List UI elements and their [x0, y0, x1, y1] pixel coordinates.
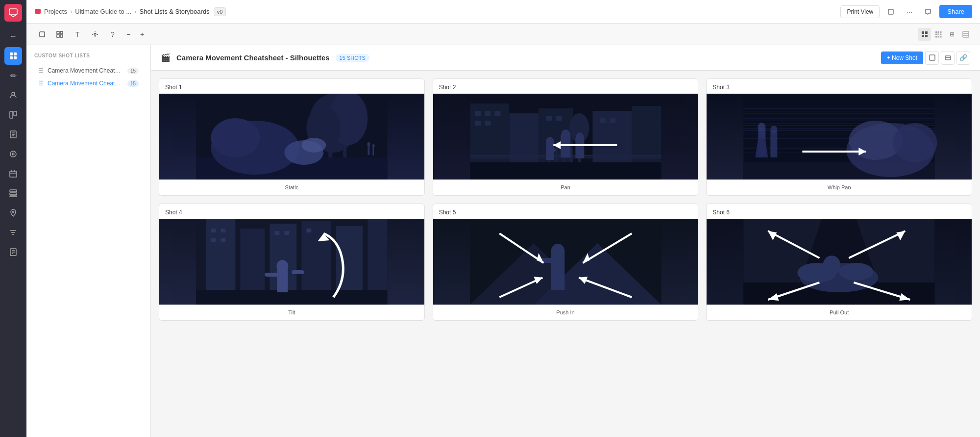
dashboard-icon[interactable]	[4, 47, 22, 65]
view-medium-grid[interactable]	[932, 28, 945, 41]
top-bar: Projects › Ultimate Guide to ... › Shot …	[26, 0, 980, 24]
shot-card-4: Shot 4	[159, 204, 425, 321]
svg-rect-53	[930, 55, 935, 60]
shot-list-item-1[interactable]: ☰ Camera Movement Cheatsheet 15	[34, 64, 143, 77]
app-logo-icon[interactable]	[4, 4, 22, 22]
shot-1-image[interactable]	[159, 94, 424, 180]
svg-point-156	[551, 244, 564, 258]
shot-5-header: Shot 5	[433, 204, 698, 219]
svg-rect-48	[938, 36, 940, 38]
shotlist-icon-1: ☰	[38, 67, 44, 74]
text-tool[interactable]: T	[70, 27, 85, 41]
shot-2-movement: Pan	[433, 180, 698, 195]
svg-rect-117	[744, 121, 935, 121]
shot-3-image[interactable]	[707, 94, 972, 180]
grid-tool[interactable]	[52, 27, 68, 41]
svg-rect-107	[744, 118, 935, 119]
svg-rect-30	[888, 9, 893, 14]
board-icon[interactable]	[4, 106, 22, 124]
svg-rect-40	[925, 35, 928, 37]
view-large-grid[interactable]	[918, 28, 931, 41]
svg-rect-133	[240, 229, 265, 297]
svg-rect-29	[35, 9, 41, 14]
shotlists-link[interactable]: Shot Lists & Storyboards	[140, 8, 210, 15]
svg-rect-77	[475, 111, 481, 116]
svg-rect-137	[368, 219, 387, 297]
main-column: Projects › Ultimate Guide to ... › Shot …	[26, 0, 980, 437]
stripboard-icon[interactable]	[4, 184, 22, 202]
shot-card-5: Shot 5	[433, 204, 699, 321]
svg-rect-0	[9, 9, 17, 15]
main-content: 🎬 Camera Movement Cheatsheet - Silhouett…	[151, 45, 980, 437]
left-panel-title: CUSTOM SHOT LISTS	[34, 53, 143, 58]
svg-rect-135	[301, 221, 331, 297]
svg-point-21	[13, 211, 14, 213]
version-badge[interactable]: v0	[214, 7, 226, 16]
script-icon[interactable]	[4, 126, 22, 143]
svg-point-172	[839, 263, 874, 281]
svg-point-5	[12, 92, 15, 95]
shot-list-label-2: Camera Movement Cheatsheet - S...	[48, 80, 123, 87]
svg-rect-4	[14, 56, 17, 59]
svg-rect-142	[274, 231, 279, 235]
shot-6-image[interactable]	[707, 219, 972, 305]
svg-rect-81	[485, 121, 490, 126]
help-tool[interactable]: ?	[105, 27, 121, 41]
link-icon[interactable]: 🔗	[956, 51, 970, 65]
shot-5-image[interactable]	[433, 219, 698, 305]
new-shot-button[interactable]: + New Shot	[881, 51, 923, 64]
svg-rect-39	[922, 35, 924, 37]
scenes-icon[interactable]	[4, 145, 22, 163]
settings-tool[interactable]	[87, 27, 103, 41]
svg-rect-33	[60, 31, 63, 34]
svg-rect-148	[265, 273, 279, 277]
reports-icon[interactable]	[4, 243, 22, 261]
svg-rect-41	[935, 31, 937, 33]
zoom-controls: − +	[122, 28, 148, 40]
projects-link[interactable]: Projects	[44, 8, 67, 15]
svg-rect-145	[196, 290, 387, 305]
frame-view-icon[interactable]	[925, 51, 939, 65]
svg-rect-144	[306, 229, 311, 232]
svg-rect-46	[940, 33, 942, 35]
shot-6-movement: Pull Out	[707, 305, 972, 320]
shot-list-item-2[interactable]: ☰ Camera Movement Cheatsheet - S... 15	[34, 77, 143, 90]
svg-rect-79	[494, 111, 500, 116]
ultimate-link[interactable]: Ultimate Guide to ...	[75, 8, 131, 15]
frame-tool[interactable]	[34, 27, 50, 41]
content-header: 🎬 Camera Movement Cheatsheet - Silhouett…	[151, 45, 980, 71]
svg-point-147	[276, 260, 288, 273]
left-panel: CUSTOM SHOT LISTS ☰ Camera Movement Chea…	[26, 45, 151, 437]
shot-list-count-2: 15	[127, 80, 139, 87]
zoom-out-button[interactable]: −	[122, 28, 134, 40]
svg-point-97	[551, 148, 556, 152]
svg-rect-106	[744, 113, 935, 114]
edit-icon[interactable]: ✏	[4, 67, 22, 84]
schedule-icon[interactable]	[4, 165, 22, 182]
svg-rect-47	[935, 36, 937, 38]
zoom-in-button[interactable]: +	[136, 28, 148, 40]
shot-list-label-1: Camera Movement Cheatsheet	[48, 67, 123, 74]
svg-point-66	[301, 138, 326, 153]
view-small-grid[interactable]: ⊞	[946, 28, 958, 41]
svg-point-99	[561, 129, 570, 139]
comment-icon[interactable]	[921, 4, 935, 19]
image-icon[interactable]	[941, 51, 955, 65]
more-options-icon[interactable]: ···	[902, 4, 917, 19]
shot-4-image[interactable]	[159, 219, 424, 305]
locations-icon[interactable]	[4, 204, 22, 222]
back-nav-icon[interactable]: ←	[4, 27, 22, 45]
users-icon[interactable]	[4, 86, 22, 104]
shot-4-movement: Tilt	[159, 305, 424, 320]
svg-point-64	[211, 118, 260, 157]
share-button[interactable]: Share	[939, 5, 972, 18]
svg-point-13	[12, 153, 14, 155]
filters-icon[interactable]	[4, 224, 22, 241]
header-actions: + New Shot 🔗	[881, 51, 970, 65]
svg-rect-32	[57, 31, 59, 34]
download-icon[interactable]	[883, 4, 898, 19]
view-list[interactable]	[959, 28, 972, 41]
print-view-button[interactable]: Print View	[840, 5, 880, 18]
shot-2-image[interactable]	[433, 94, 698, 180]
breadcrumb: Projects › Ultimate Guide to ... › Shot …	[34, 8, 210, 15]
